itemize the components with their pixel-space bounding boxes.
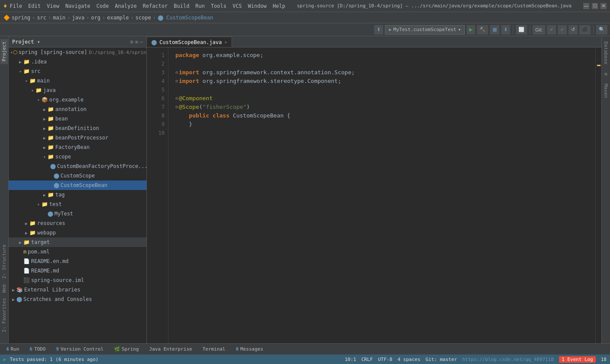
- right-tab-database[interactable]: Database: [602, 38, 610, 68]
- tab-close-button[interactable]: ✕: [225, 40, 227, 44]
- code-line-7: ⊖ @Scope("fisherScope"): [175, 103, 595, 111]
- project-panel-settings[interactable]: ⚙: [130, 39, 133, 45]
- sidebar-tab-favorites[interactable]: 2: Favorites: [0, 295, 8, 335]
- tree-item-readme-en[interactable]: 📄 README.en.md: [9, 256, 146, 266]
- tree-item-org-example[interactable]: ▾ 📦 org.example: [9, 95, 146, 104]
- menu-tools[interactable]: Tools: [211, 3, 226, 9]
- breadcrumb-java[interactable]: java: [72, 15, 85, 21]
- bottom-tab-todo[interactable]: 6 TODO: [27, 345, 48, 354]
- status-event-log[interactable]: 1 Event Log: [559, 356, 596, 363]
- fold-icon-7[interactable]: ⊖: [175, 103, 178, 111]
- stop-button[interactable]: ⬜: [516, 25, 527, 35]
- custom-scope-bean-label: CustomScopeBean: [60, 182, 107, 188]
- tree-item-main[interactable]: ▾ 📁 main: [9, 76, 146, 85]
- status-bar-left: ▶ Tests passed: 1 (6 minutes ago): [3, 357, 98, 362]
- git-revert-button[interactable]: ↺: [569, 25, 578, 35]
- menu-navigate[interactable]: Navigate: [65, 3, 90, 9]
- code-line-10: [175, 129, 595, 137]
- close-button[interactable]: ✕: [600, 3, 607, 9]
- project-panel-collapse[interactable]: —: [140, 39, 143, 45]
- tree-item-bean-post-processor[interactable]: ▶ 📁 beanPostProcessor: [9, 133, 146, 142]
- profile-button[interactable]: ⬇: [501, 25, 510, 35]
- coverage-button[interactable]: ▦: [490, 25, 499, 35]
- bottom-tab-java-enterprise[interactable]: Java Enterprise: [146, 345, 194, 354]
- vcs-update-button[interactable]: ⬆: [374, 25, 383, 35]
- right-tab-ant[interactable]: m: [603, 68, 609, 80]
- tree-item-idea[interactable]: ▶ 📁 .idea: [9, 57, 146, 66]
- code-content[interactable]: package org.example.scope; ⊖ import org.…: [168, 47, 595, 343]
- sidebar-tab-structure[interactable]: 2: Structure: [0, 242, 8, 281]
- breadcrumb-main[interactable]: main: [53, 15, 66, 21]
- breadcrumb-example[interactable]: example: [107, 15, 129, 21]
- bottom-tab-spring[interactable]: 🌿 Spring: [111, 345, 142, 354]
- run-button[interactable]: ▶: [467, 25, 475, 35]
- menu-build[interactable]: Build: [174, 3, 189, 9]
- tree-item-custom-scope-bean[interactable]: ⬤ CustomScopeBean: [9, 180, 146, 190]
- fold-icon-6[interactable]: ⊖: [175, 94, 178, 103]
- tree-item-annotation[interactable]: ▶ 📁 annotation: [9, 104, 146, 114]
- tree-item-scratches[interactable]: ▶ ⬤ Scratches and Consoles: [9, 294, 146, 304]
- bottom-tab-run[interactable]: 4 Run: [3, 345, 22, 354]
- test-folder-icon: 📁: [41, 201, 48, 207]
- tree-item-external-libraries[interactable]: ▶ 📚 External Libraries: [9, 285, 146, 294]
- maximize-button[interactable]: ☐: [592, 3, 598, 9]
- git-update-button[interactable]: Git:: [533, 25, 545, 35]
- fold-icon-3[interactable]: ⊖: [175, 68, 178, 77]
- status-url[interactable]: https://blog.csdn.net/qq_4097118: [462, 357, 554, 362]
- tree-item-iml[interactable]: ⬛ spring-source.iml: [9, 275, 146, 285]
- bottom-tab-terminal[interactable]: Terminal: [200, 345, 228, 354]
- menu-code[interactable]: Code: [96, 3, 109, 9]
- menu-file[interactable]: File: [10, 3, 22, 9]
- sidebar-tab-web[interactable]: Web: [0, 282, 8, 295]
- bottom-tab-vcs[interactable]: 9 Version Control: [54, 345, 106, 354]
- tree-item-custom-bean-factory[interactable]: ⬤ CustomBeanFactoryPostProce...: [9, 161, 146, 171]
- tree-item-scope[interactable]: ▾ 📁 scope: [9, 152, 146, 161]
- git-commit-button[interactable]: ✓: [547, 25, 556, 35]
- status-charset[interactable]: UTF-8: [378, 357, 392, 362]
- git-history-button[interactable]: ⬛: [579, 25, 591, 35]
- menu-analyze[interactable]: Analyze: [115, 3, 137, 9]
- tree-item-tag[interactable]: ▶ 📁 tag: [9, 190, 146, 199]
- tree-item-bean-definition[interactable]: ▶ 📁 beanDefinition: [9, 123, 146, 133]
- tree-item-bean[interactable]: ▶ 📁 bean: [9, 114, 146, 123]
- fold-icon-4[interactable]: ⊖: [175, 77, 178, 85]
- status-vcs[interactable]: Git: master: [426, 357, 457, 362]
- editor-tab-custom-scope-bean[interactable]: ⬤ CustomScopeBean.java ✕: [147, 37, 232, 47]
- bottom-tab-messages[interactable]: 0 Messages: [233, 345, 266, 354]
- minimize-button[interactable]: —: [583, 3, 589, 9]
- tree-item-webapp[interactable]: ▶ 📁 webapp: [9, 228, 146, 237]
- breadcrumb-src[interactable]: src: [37, 15, 47, 21]
- menu-help[interactable]: Help: [273, 3, 285, 9]
- breadcrumb-org[interactable]: org: [91, 15, 101, 21]
- status-indent[interactable]: 4 spaces: [397, 357, 420, 362]
- breadcrumb-spring[interactable]: spring: [12, 15, 30, 21]
- status-position[interactable]: 10:1: [345, 357, 356, 362]
- git-push-button[interactable]: ✓: [558, 25, 567, 35]
- menu-run[interactable]: Run: [195, 3, 205, 9]
- menu-window[interactable]: Window: [248, 3, 267, 9]
- search-button[interactable]: 🔍: [596, 25, 607, 35]
- tree-item-readme[interactable]: 📄 README.md: [9, 266, 146, 275]
- breadcrumb-class[interactable]: ⬤ CustomScopeBean: [158, 15, 213, 21]
- tree-item-factory-bean[interactable]: ▶ 📁 FactoryBean: [9, 142, 146, 152]
- breadcrumb-scope[interactable]: scope: [136, 15, 151, 21]
- tree-item-spring-root[interactable]: ▾ ⬡ spring [spring-source] D:/spring_10-…: [9, 47, 146, 57]
- tree-item-java[interactable]: ▾ 📁 java: [9, 85, 146, 95]
- tree-item-mytest[interactable]: ⬤ MyTest: [9, 209, 146, 218]
- status-crlf[interactable]: CRLF: [362, 357, 373, 362]
- tree-item-target[interactable]: ▶ 📁 target: [9, 237, 146, 247]
- tree-item-resources[interactable]: ▶ 📁 resources: [9, 218, 146, 228]
- project-panel-options[interactable]: ≡: [135, 39, 138, 45]
- menu-refactor[interactable]: Refactor: [143, 3, 168, 9]
- tree-item-src[interactable]: ▾ 📁 src: [9, 66, 146, 76]
- menu-edit[interactable]: Edit: [28, 3, 41, 9]
- tree-item-custom-scope[interactable]: ⬤ CustomScope: [9, 171, 146, 180]
- menu-vcs[interactable]: VCS: [232, 3, 242, 9]
- menu-view[interactable]: View: [47, 3, 59, 9]
- build-button[interactable]: 🔨: [477, 25, 488, 35]
- right-tab-maven[interactable]: Maven: [602, 80, 610, 101]
- run-config-selector[interactable]: ▶ MyTest.customScopeTest ▾: [385, 25, 465, 35]
- sidebar-tab-project[interactable]: Project: [0, 39, 8, 64]
- tree-item-test[interactable]: ▾ 📁 test: [9, 199, 146, 209]
- tree-item-pom[interactable]: m pom.xml: [9, 247, 146, 256]
